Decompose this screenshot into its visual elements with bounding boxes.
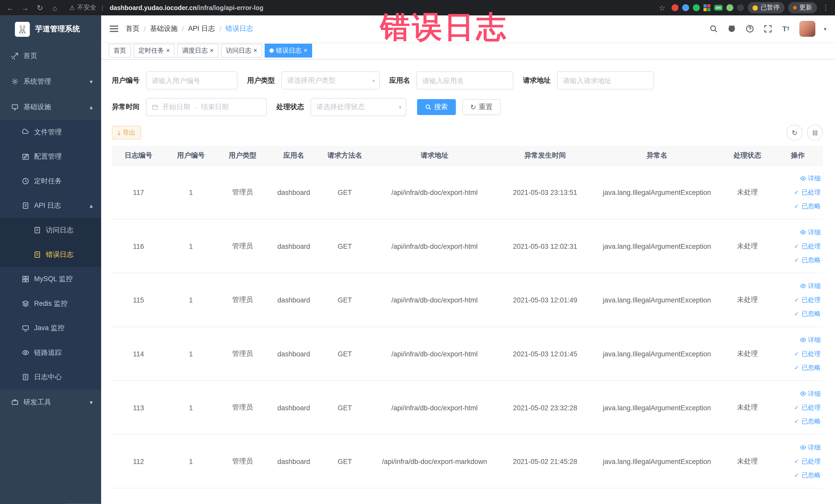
ignored-link[interactable]: ✓已忽略: [775, 253, 821, 267]
extension-icon[interactable]: [737, 4, 744, 11]
sidebar-item-tracing[interactable]: 链路追踪: [0, 340, 101, 365]
java-icon: [21, 324, 29, 332]
processed-link[interactable]: ✓已处理: [775, 293, 821, 307]
table-cell: 管理员: [217, 273, 268, 327]
ignored-link[interactable]: ✓已忽略: [775, 307, 821, 321]
help-icon[interactable]: [745, 24, 754, 33]
processed-link[interactable]: ✓已处理: [775, 347, 821, 361]
chevron-down-icon[interactable]: ▾: [824, 26, 826, 32]
sidebar-item-api-logs[interactable]: API 日志 ▴: [0, 193, 101, 218]
close-icon[interactable]: ×: [304, 47, 307, 55]
table-cell: dashboard: [268, 273, 319, 327]
table-cell: 116: [112, 219, 165, 273]
close-icon[interactable]: ×: [253, 47, 258, 55]
breadcrumb-infrastructure[interactable]: 基础设施: [150, 24, 178, 33]
detail-link[interactable]: 详细: [775, 225, 821, 239]
sidebar-item-scheduled-tasks[interactable]: 定时任务: [0, 169, 101, 193]
sidebar-item-mysql-monitor[interactable]: MySQL 监控: [0, 267, 101, 291]
ignored-link[interactable]: ✓已忽略: [775, 468, 821, 482]
table-cell: 1: [165, 435, 217, 488]
table-header-row: 日志编号用户编号用户类型应用名请求方法名请求地址异常发生时间异常名处理状态操作: [112, 146, 823, 165]
user-type-select[interactable]: 请选择用户类型 ▾: [281, 72, 380, 89]
export-button[interactable]: ⤓ 导出: [112, 126, 141, 140]
breadcrumb-error-log[interactable]: 错误日志: [226, 24, 253, 33]
search-icon[interactable]: [709, 24, 718, 33]
app-title: 芋道管理系统: [35, 24, 80, 34]
exception-time-label: 异常时间: [112, 102, 140, 112]
breadcrumb-api-logs[interactable]: API 日志: [188, 24, 215, 33]
search-button[interactable]: 搜索: [417, 99, 455, 115]
fullscreen-icon[interactable]: [763, 24, 773, 33]
extension-icon[interactable]: [693, 4, 700, 11]
close-icon[interactable]: ×: [166, 47, 170, 55]
column-settings-button[interactable]: [807, 124, 823, 140]
user-id-input[interactable]: [146, 72, 238, 89]
table-cell: 管理员: [217, 165, 268, 219]
github-icon[interactable]: [727, 24, 736, 33]
tab-scheduled-tasks[interactable]: 定时任务×: [134, 44, 175, 58]
sidebar-item-infrastructure[interactable]: 基础设施 ▴: [0, 94, 101, 120]
processed-link[interactable]: ✓已处理: [775, 401, 821, 415]
log-center-icon: [21, 373, 29, 381]
extension-icon[interactable]: [682, 4, 689, 11]
font-size-icon[interactable]: TT: [781, 24, 791, 33]
tab-home[interactable]: 首页: [108, 44, 131, 58]
column-header: 异常发生时间: [498, 146, 592, 165]
extension-icon[interactable]: [672, 4, 679, 11]
tab-access-log[interactable]: 访问日志×: [221, 44, 262, 58]
detail-link[interactable]: 详细: [775, 333, 821, 347]
breadcrumb-home[interactable]: 首页: [126, 24, 140, 33]
sidebar-item-dev-tools[interactable]: 研发工具 ▾: [0, 389, 101, 415]
hamburger-icon[interactable]: [109, 26, 118, 32]
processed-link[interactable]: ✓已处理: [775, 455, 821, 468]
tab-schedule-log[interactable]: 调度日志×: [177, 44, 219, 58]
detail-link[interactable]: 详细: [775, 441, 821, 455]
date-range-picker[interactable]: 开始日期 - 结束日期: [146, 98, 267, 116]
sidebar-item-redis-monitor[interactable]: Redis 监控: [0, 291, 101, 316]
reload-icon[interactable]: ↻: [34, 3, 46, 12]
table-row: 1171管理员dashboardGET/api/infra/db-doc/exp…: [112, 165, 823, 219]
ignored-link[interactable]: ✓已忽略: [775, 361, 821, 375]
request-url-input[interactable]: [557, 72, 654, 89]
app-name-input[interactable]: [416, 72, 513, 89]
processed-link[interactable]: ✓已处理: [775, 185, 821, 199]
paused-badge[interactable]: 已暂停: [748, 2, 785, 13]
sidebar-item-access-log[interactable]: 访问日志: [0, 218, 101, 242]
extension-grid-icon[interactable]: [704, 4, 711, 11]
reset-button[interactable]: ↻ 重置: [462, 99, 501, 115]
detail-link[interactable]: 详细: [775, 387, 821, 401]
sidebar-item-file-management[interactable]: 文件管理: [0, 120, 101, 144]
sidebar-item-log-center[interactable]: 日志中心: [0, 365, 101, 389]
bookmark-star-icon[interactable]: ☆: [656, 3, 668, 12]
ignored-link[interactable]: ✓已忽略: [775, 199, 821, 213]
forward-icon[interactable]: →: [19, 3, 31, 12]
ignored-link[interactable]: ✓已忽略: [775, 415, 821, 428]
check-icon: ✓: [793, 253, 800, 267]
column-header: 处理状态: [722, 146, 773, 165]
annotation-overlay: 错误日志: [380, 7, 508, 48]
close-icon[interactable]: ×: [210, 47, 213, 55]
sidebar-item-java-monitor[interactable]: Java 监控: [0, 316, 101, 340]
home-icon[interactable]: ⌂: [49, 3, 61, 12]
process-status-select[interactable]: 请选择处理状态 ▾: [311, 98, 406, 116]
row-actions: 详细✓已处理✓已忽略: [773, 435, 823, 488]
menu-kebab-icon[interactable]: ⋮: [821, 4, 831, 12]
app-logo[interactable]: 🐰 芋道管理系统: [0, 15, 101, 43]
back-icon[interactable]: ←: [4, 3, 16, 12]
process-status-label: 处理状态: [277, 102, 304, 112]
detail-link[interactable]: 详细: [775, 172, 821, 185]
extension-icon[interactable]: [727, 4, 733, 11]
security-indicator[interactable]: ⚠ 不安全 |: [69, 3, 106, 12]
sidebar-item-config-management[interactable]: 配置管理: [0, 144, 101, 169]
mysql-icon: [21, 275, 29, 283]
refresh-button[interactable]: ↻: [787, 124, 802, 140]
detail-link[interactable]: 详细: [775, 279, 821, 293]
on-badge[interactable]: on: [714, 5, 723, 11]
sidebar-item-system[interactable]: 系统管理 ▾: [0, 69, 101, 95]
sidebar-item-home[interactable]: 首页: [0, 43, 101, 69]
update-button[interactable]: 更新: [788, 2, 817, 13]
processed-link[interactable]: ✓已处理: [775, 239, 821, 253]
sidebar-item-error-log[interactable]: 错误日志: [0, 242, 101, 267]
tab-error-log[interactable]: 错误日志×: [265, 44, 312, 58]
user-avatar[interactable]: [799, 21, 815, 37]
